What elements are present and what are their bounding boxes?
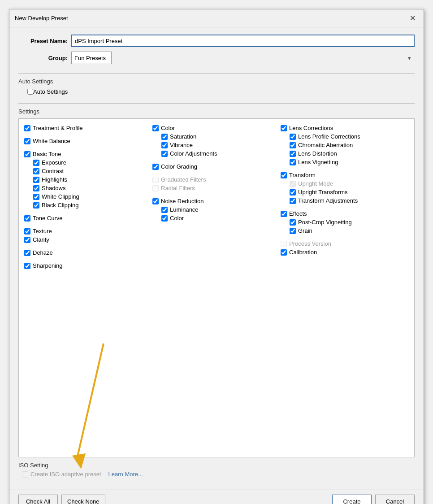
list-item: Effects: [281, 210, 409, 217]
chromatic-aberration-checkbox[interactable]: [290, 142, 296, 148]
transform-adjustments-checkbox[interactable]: [290, 198, 296, 204]
color-grading-checkbox[interactable]: [152, 164, 159, 170]
col3: Lens Corrections Lens Profile Correction…: [281, 124, 409, 269]
lens-vignetting-checkbox[interactable]: [290, 159, 296, 165]
tone-curve-label: Tone Curve: [33, 215, 62, 222]
noise-reduction-checkbox[interactable]: [152, 198, 159, 204]
dialog-title: New Develop Preset: [15, 15, 68, 22]
settings-box: Treatment & Profile White Balance Basic …: [18, 118, 415, 457]
upright-mode-label: Upright Mode: [298, 180, 333, 187]
list-item: Lens Distortion: [290, 150, 409, 157]
create-button[interactable]: Create: [332, 495, 372, 504]
group-select[interactable]: Fun Presets User Presets Default: [71, 52, 112, 64]
list-item: White Balance: [24, 137, 152, 145]
list-item: Color Grading: [152, 163, 281, 170]
close-button[interactable]: ✕: [407, 13, 418, 23]
chromatic-aberration-label: Chromatic Aberration: [298, 142, 353, 148]
list-item: Tone Curve: [24, 214, 152, 222]
transform-checkbox[interactable]: [281, 172, 287, 178]
graduated-filters-label: Graduated Filters: [161, 176, 206, 183]
clarity-checkbox[interactable]: [24, 237, 30, 243]
graduated-filters-checkbox[interactable]: [152, 177, 159, 183]
nr-color-checkbox[interactable]: [161, 215, 168, 222]
preset-name-label: Preset Name:: [18, 38, 68, 44]
list-item: Noise Reduction: [152, 197, 281, 205]
auto-settings-section: Auto Settings Auto Settings: [18, 78, 415, 99]
effects-label: Effects: [289, 210, 307, 217]
calibration-checkbox[interactable]: [281, 249, 287, 256]
list-item: Luminance: [161, 206, 281, 213]
list-item: Black Clipping: [33, 201, 152, 209]
auto-settings-checkbox[interactable]: [27, 89, 33, 95]
lens-corrections-checkbox[interactable]: [281, 125, 287, 131]
texture-label: Texture: [33, 228, 52, 235]
iso-adaptive-label: Create ISO adaptive preset: [30, 471, 101, 478]
upright-transforms-label: Upright Transforms: [298, 189, 348, 196]
color-label: Color: [161, 125, 175, 131]
black-clipping-checkbox[interactable]: [33, 202, 39, 209]
preset-name-row: Preset Name:: [18, 35, 415, 47]
treatment-profile-label: Treatment & Profile: [33, 125, 83, 131]
list-item: Clarity: [24, 236, 152, 243]
post-crop-vignetting-checkbox[interactable]: [290, 219, 296, 226]
lens-vignetting-label: Lens Vignetting: [298, 159, 338, 165]
lens-distortion-checkbox[interactable]: [290, 151, 296, 157]
upright-transforms-checkbox[interactable]: [290, 189, 296, 196]
luminance-checkbox[interactable]: [161, 207, 168, 213]
list-item: Color: [152, 124, 281, 132]
preset-name-input[interactable]: [71, 35, 415, 47]
color-checkbox[interactable]: [152, 125, 159, 131]
color-adjustments-label: Color Adjustments: [170, 150, 217, 157]
list-item: Treatment & Profile: [24, 124, 152, 132]
saturation-checkbox[interactable]: [161, 134, 168, 140]
sharpening-checkbox[interactable]: [24, 263, 30, 269]
list-item: Radial Filters: [152, 184, 281, 192]
title-bar: New Develop Preset ✕: [9, 9, 424, 27]
basic-tone-checkbox[interactable]: [24, 151, 30, 157]
effects-checkbox[interactable]: [281, 211, 287, 217]
list-item: Color Adjustments: [161, 150, 281, 157]
highlights-label: Highlights: [42, 176, 67, 183]
vibrance-checkbox[interactable]: [161, 142, 168, 148]
grain-label: Grain: [298, 227, 312, 234]
auto-settings-heading: Auto Settings: [18, 78, 415, 85]
list-item: Color: [161, 214, 281, 222]
texture-checkbox[interactable]: [24, 228, 30, 235]
transform-label: Transform: [289, 172, 316, 178]
list-item: Chromatic Aberration: [290, 141, 409, 149]
highlights-checkbox[interactable]: [33, 177, 39, 183]
check-all-button[interactable]: Check All: [18, 495, 58, 504]
process-version-checkbox[interactable]: [281, 241, 287, 247]
cancel-button[interactable]: Cancel: [375, 495, 415, 504]
grain-checkbox[interactable]: [290, 228, 296, 234]
lens-corrections-label: Lens Corrections: [289, 125, 333, 131]
radial-filters-checkbox[interactable]: [152, 185, 159, 191]
learn-more-link[interactable]: Learn More...: [108, 471, 143, 478]
white-clipping-checkbox[interactable]: [33, 194, 39, 200]
exposure-checkbox[interactable]: [33, 160, 39, 166]
contrast-label: Contrast: [42, 168, 64, 174]
check-none-button[interactable]: Check None: [61, 495, 105, 504]
list-item: Post-Crop Vignetting: [290, 218, 409, 226]
color-adjustments-checkbox[interactable]: [161, 151, 168, 157]
list-item: Shadows: [33, 184, 152, 192]
white-clipping-label: White Clipping: [42, 193, 79, 200]
list-item: Exposure: [33, 159, 152, 166]
shadows-checkbox[interactable]: [33, 185, 39, 191]
black-clipping-label: Black Clipping: [42, 202, 78, 209]
treatment-profile-checkbox[interactable]: [24, 125, 30, 131]
list-item: Vibrance: [161, 141, 281, 149]
settings-columns: Treatment & Profile White Balance Basic …: [24, 124, 409, 269]
lens-profile-corrections-checkbox[interactable]: [290, 134, 296, 140]
iso-adaptive-checkbox[interactable]: [22, 471, 28, 478]
dehaze-checkbox[interactable]: [24, 250, 30, 256]
tone-curve-checkbox[interactable]: [24, 215, 30, 222]
list-item: Texture: [24, 227, 152, 235]
upright-mode-checkbox[interactable]: [290, 181, 296, 187]
group-select-wrapper: Fun Presets User Presets Default: [71, 52, 415, 64]
contrast-checkbox[interactable]: [33, 168, 39, 174]
auto-settings-label: Auto Settings: [33, 88, 68, 95]
dehaze-label: Dehaze: [33, 249, 53, 256]
list-item: Transform Adjustments: [290, 197, 409, 204]
white-balance-checkbox[interactable]: [24, 138, 30, 144]
